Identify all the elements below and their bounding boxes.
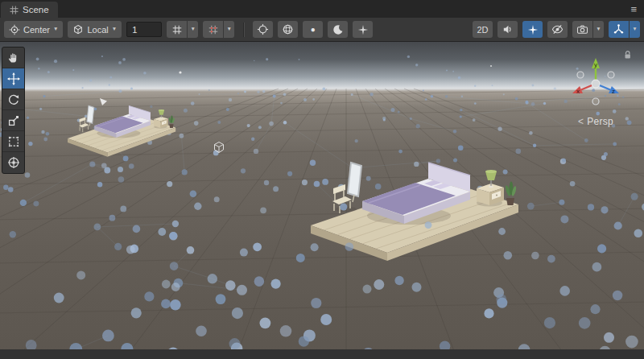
axis-gizmo-svg[interactable]: y x z (559, 48, 632, 116)
tab-bar: Scene ≡ (0, 0, 644, 18)
scene-tab-grid-icon (10, 6, 19, 14)
rotate-icon (7, 93, 20, 106)
pivot-center-icon (9, 24, 20, 35)
tab-scene[interactable]: Scene (1, 2, 58, 18)
flare-toggle-button[interactable] (353, 21, 373, 38)
rect-tool-icon (7, 135, 20, 148)
unity-scene-window: Scene ≡ Center ▼ Local ▼ (0, 0, 644, 359)
transform-tool-button[interactable] (2, 152, 24, 173)
snap-grid-icon (208, 24, 219, 35)
transform-icon (7, 156, 20, 169)
gizmos-dropdown[interactable]: ▼ (630, 21, 640, 38)
view-orientation-gizmo[interactable]: y x z <Persp (557, 48, 634, 127)
orientation-label: Local (87, 25, 108, 35)
snap-increment-input[interactable] (126, 22, 162, 37)
grid-visibility-dropdown[interactable]: ▼ (188, 21, 198, 38)
toolbar-separator (243, 23, 244, 37)
scene-center-cube-icon[interactable] (215, 142, 224, 153)
chevron-down-icon: ▼ (190, 27, 195, 32)
viewport-bottom-edge (0, 349, 644, 359)
scene-lighting-toggle-button[interactable]: ● (303, 21, 323, 38)
camera-split-button: ▼ (572, 21, 604, 38)
2d-mode-label: 2D (477, 25, 488, 35)
scene-render (0, 42, 644, 359)
axis-y-label: y (594, 61, 597, 68)
chevron-down-icon: ▼ (632, 27, 637, 32)
move-tool-button[interactable] (2, 68, 24, 89)
pivot-mode-label: Center (23, 25, 50, 35)
camera-dropdown[interactable]: ▼ (593, 21, 604, 38)
chevron-down-icon: ▼ (112, 27, 117, 32)
scene-marker-triangle[interactable] (100, 98, 107, 105)
lock-icon[interactable] (623, 48, 633, 63)
chevron-down-icon: ▼ (53, 27, 58, 32)
grid-snap-dropdown[interactable]: ▼ (224, 21, 234, 38)
move-icon (7, 72, 20, 85)
tool-palette (2, 47, 25, 174)
scale-tool-button[interactable] (2, 110, 24, 131)
grid-snap-button[interactable] (203, 21, 223, 38)
pivot-mode-dropdown[interactable]: Center ▼ (4, 21, 63, 38)
2d-mode-toggle-button[interactable]: 2D (473, 21, 493, 38)
effects-star-icon (527, 24, 539, 35)
chevron-down-icon: ▼ (596, 27, 601, 32)
skybox-toggle-button[interactable] (328, 21, 348, 38)
audio-toggle-button[interactable] (497, 21, 518, 38)
scene-gizmo-toggle-button[interactable] (253, 21, 273, 38)
scene-visibility-button[interactable] (547, 21, 568, 38)
effects-toggle-button[interactable] (522, 21, 543, 38)
grid-visibility-button[interactable] (167, 21, 187, 38)
gizmo-axes-icon (613, 23, 625, 35)
gizmos-split-button: ▼ (609, 21, 640, 38)
axis-x-label: x (576, 88, 580, 95)
flare-star-icon (357, 24, 369, 35)
camera-icon (576, 23, 588, 35)
gizmos-button[interactable] (609, 21, 629, 38)
rotate-tool-button[interactable] (2, 89, 24, 110)
moon-icon (332, 24, 344, 35)
scene-toolbar: Center ▼ Local ▼ ▼ (0, 18, 644, 42)
hand-tool-button[interactable] (2, 47, 24, 68)
lighting-circle-icon: ● (311, 26, 316, 34)
bedroom-instance-far[interactable] (68, 105, 209, 157)
grid-visibility-split-button: ▼ (167, 21, 198, 38)
scene-viewport[interactable]: y x z <Persp (0, 42, 644, 359)
scale-icon (7, 114, 20, 127)
axis-z-label: z (612, 88, 615, 95)
grid-icon (171, 24, 183, 35)
eye-slash-icon (551, 23, 564, 35)
tab-scene-label: Scene (23, 5, 49, 14)
scene-camera-button[interactable] (572, 21, 592, 38)
projection-toggle[interactable]: <Persp (557, 116, 634, 127)
grid-snap-split-button: ▼ (203, 21, 234, 38)
projection-label: Persp (587, 116, 613, 127)
crosshair-icon (257, 23, 269, 35)
speaker-icon (502, 23, 514, 35)
chevron-down-icon: ▼ (226, 27, 231, 32)
hand-icon (7, 52, 20, 64)
projection-arrow: < (578, 116, 584, 127)
orientation-dropdown[interactable]: Local ▼ (68, 21, 122, 38)
shading-mode-button[interactable] (278, 21, 298, 38)
shaded-globe-icon (282, 23, 294, 35)
rect-tool-button[interactable] (2, 131, 24, 152)
local-cube-icon (72, 24, 84, 35)
tab-menu-icon[interactable]: ≡ (623, 3, 644, 15)
